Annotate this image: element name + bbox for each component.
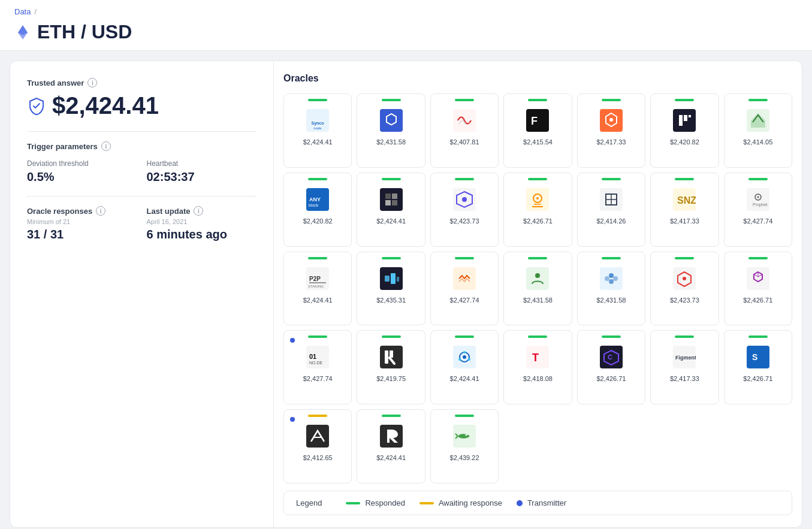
oracle-logo-8: ANYblock	[303, 185, 332, 214]
oracle-card-6[interactable]: $2,420.82	[650, 93, 719, 168]
oracle-logo-9	[377, 185, 406, 214]
oracle-logo-17	[450, 264, 479, 293]
oracle-card-7[interactable]: $2,414.05	[724, 93, 792, 168]
oracle-price-21: $2,426.71	[743, 297, 772, 304]
oracle-price-15: $2,424.41	[303, 297, 333, 304]
svg-rect-10	[679, 115, 683, 126]
oracle-logo-30	[377, 422, 406, 451]
transmitter-dot-22	[290, 338, 295, 343]
oracle-card-15[interactable]: P2PSTAKING$2,424.41	[283, 252, 352, 326]
svg-rect-11	[684, 115, 687, 121]
oracle-logo-21	[744, 264, 772, 293]
last-update-info-icon[interactable]: i	[194, 206, 203, 216]
oracle-logo-10	[450, 185, 479, 214]
svg-rect-18	[385, 194, 391, 199]
oracle-status-bar-3	[455, 99, 474, 101]
legend-transmitter: Transmitter	[517, 498, 566, 507]
svg-text:ANY: ANY	[309, 197, 321, 202]
svg-point-49	[535, 273, 540, 278]
oracle-price-18: $2,431.58	[523, 297, 553, 304]
oracle-card-5[interactable]: $2,417.33	[577, 93, 645, 168]
oracle-card-24[interactable]: $2,424.41	[430, 330, 499, 404]
oracle-logo-26: C	[597, 343, 626, 371]
oracle-status-bar-7	[748, 99, 768, 101]
legend-responded-icon	[346, 502, 360, 504]
svg-text:Figment: Figment	[675, 355, 696, 361]
oracle-price-10: $2,423.73	[450, 217, 479, 225]
oracle-card-22[interactable]: 01NO.DE$2,427.74	[283, 330, 352, 404]
svg-rect-48	[526, 267, 549, 290]
oracle-logo-5	[597, 106, 626, 135]
oracle-status-bar-21	[748, 257, 768, 259]
svg-rect-3	[380, 109, 403, 132]
page-title: ETH / USD	[14, 21, 798, 50]
oracle-card-30[interactable]: $2,424.41	[357, 409, 425, 483]
legend-awaiting-icon	[419, 502, 434, 504]
oracle-responses-info-icon[interactable]: i	[96, 206, 105, 216]
oracle-card-29[interactable]: $2,412.65	[283, 409, 352, 483]
oracle-card-3[interactable]: $2,407.81	[430, 93, 499, 168]
oracle-card-1[interactable]: Synconode$2,424.41	[283, 93, 352, 168]
oracle-status-bar-28	[748, 335, 768, 338]
oracle-logo-4: F	[523, 106, 552, 135]
oracle-card-14[interactable]: Prophet$2,427.74	[724, 173, 792, 247]
oracle-logo-29	[303, 422, 332, 451]
oracle-card-11[interactable]: $2,426.71	[503, 173, 572, 247]
oracle-logo-12	[597, 185, 626, 214]
svg-rect-45	[391, 273, 396, 284]
svg-rect-44	[385, 276, 390, 282]
oracle-card-10[interactable]: $2,423.73	[430, 173, 499, 247]
legend-label: Legend	[296, 498, 322, 507]
oracle-logo-15: P2PSTAKING	[303, 264, 332, 293]
svg-text:NO.DE: NO.DE	[309, 361, 323, 365]
oracle-status-bar-14	[748, 178, 768, 180]
oracle-card-27[interactable]: Figment$2,417.33	[650, 330, 719, 404]
oracle-card-16[interactable]: $2,435.31	[357, 252, 425, 326]
oracle-card-26[interactable]: C$2,426.71	[577, 330, 645, 404]
trigger-grid: Deviation threshold 0.5% Heartbeat 02:53…	[27, 159, 256, 184]
oracle-card-17[interactable]: $2,427.74	[430, 252, 499, 326]
oracle-responses-grid: Oracle responses i Minimum of 21 31 / 31…	[27, 206, 256, 241]
oracle-responses-min: Minimum of 21	[27, 218, 137, 225]
oracle-price-25: $2,418.08	[523, 375, 553, 382]
oracle-card-25[interactable]: T$2,418.08	[503, 330, 572, 404]
oracle-status-bar-4	[528, 99, 547, 101]
oracle-price-4: $2,415.54	[523, 138, 553, 146]
oracle-card-13[interactable]: SNZ$2,417.33	[650, 173, 719, 247]
oracle-card-4[interactable]: F$2,415.54	[503, 93, 572, 168]
svg-point-52	[609, 273, 614, 278]
oracle-card-2[interactable]: $2,431.58	[357, 93, 425, 168]
oracle-card-31[interactable]: $2,439.22	[430, 409, 499, 483]
oracle-price-9: $2,424.41	[376, 217, 406, 225]
oracle-card-12[interactable]: $2,414.26	[577, 173, 645, 247]
oracle-card-8[interactable]: ANYblock$2,420.82	[283, 173, 352, 247]
oracle-logo-3	[450, 106, 479, 135]
oracle-status-bar-9	[382, 178, 401, 180]
oracle-card-23[interactable]: $2,419.75	[357, 330, 425, 404]
svg-point-56	[683, 277, 686, 280]
svg-rect-46	[397, 277, 399, 282]
trigger-info-icon[interactable]: i	[101, 141, 111, 151]
oracle-logo-31	[450, 422, 479, 451]
deviation-label: Deviation threshold	[27, 159, 137, 168]
trusted-answer-info-icon[interactable]: i	[87, 78, 97, 87]
oracle-card-28[interactable]: S$2,426.71	[724, 330, 792, 404]
oracle-card-19[interactable]: $2,431.58	[577, 252, 645, 326]
svg-point-70	[468, 358, 470, 361]
oracle-card-18[interactable]: $2,431.58	[503, 252, 572, 326]
oracle-logo-18	[523, 264, 552, 293]
oracle-logo-28: S	[744, 343, 772, 371]
oracle-card-9[interactable]: $2,424.41	[357, 173, 425, 247]
svg-text:C: C	[608, 353, 612, 361]
oracle-logo-24	[450, 343, 479, 371]
breadcrumb-parent[interactable]: Data	[14, 7, 31, 16]
oracle-card-20[interactable]: $2,423.73	[650, 252, 719, 326]
oracle-logo-7	[744, 106, 772, 135]
svg-rect-80	[306, 425, 329, 448]
breadcrumb-separator: /	[34, 7, 37, 16]
oracle-price-5: $2,417.33	[596, 138, 626, 146]
oracle-status-bar-29	[308, 415, 327, 417]
oracle-card-21[interactable]: $2,426.71	[724, 252, 792, 326]
oracle-price-2: $2,431.58	[376, 138, 406, 146]
svg-rect-57	[747, 267, 769, 290]
